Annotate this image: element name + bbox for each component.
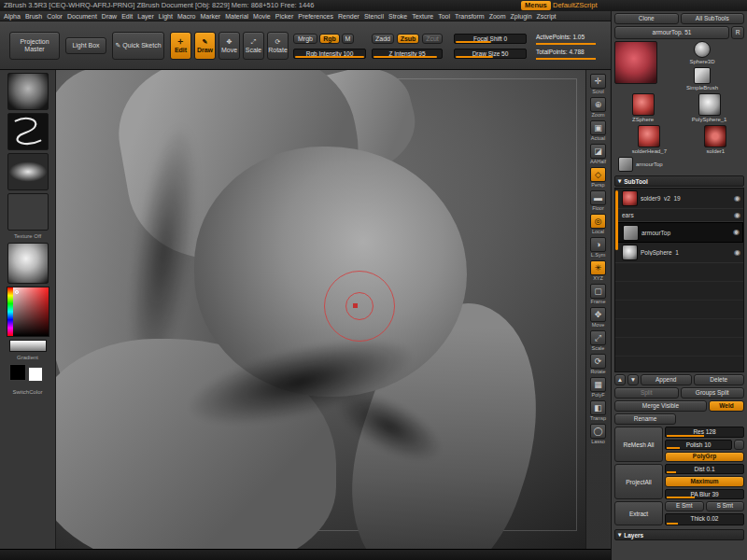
eye-icon[interactable]: ◉ bbox=[734, 212, 740, 219]
pa-blur-slider[interactable]: PA Blur 39 bbox=[665, 489, 744, 499]
menu-item[interactable]: Document bbox=[67, 13, 97, 20]
current-stroke-thumbnail[interactable] bbox=[7, 113, 49, 150]
tool-item-simplebrush[interactable]: SimpleBrush bbox=[660, 67, 744, 91]
zadd-button[interactable]: Zadd bbox=[372, 34, 394, 44]
menus-toggle-button[interactable]: Menus bbox=[521, 1, 551, 10]
tool-item-polysphere[interactable]: PolySphere_1 bbox=[692, 93, 727, 123]
menu-item[interactable]: Picker bbox=[275, 13, 293, 20]
menu-item[interactable]: Zoom bbox=[489, 13, 506, 20]
menu-item[interactable]: Zplugin bbox=[511, 13, 532, 20]
subtool-row[interactable]: solder9_v2_19 ◉ bbox=[615, 189, 743, 209]
menu-item[interactable]: Stencil bbox=[364, 13, 384, 20]
rgb-button[interactable]: Rgb bbox=[319, 34, 340, 44]
shelf-item-lasso[interactable]: ◯Lasso bbox=[587, 424, 610, 445]
zsub-button[interactable]: Zsub bbox=[397, 34, 419, 44]
shelf-item-frame[interactable]: ▢Frame bbox=[587, 284, 610, 305]
current-alpha-thumbnail[interactable] bbox=[7, 153, 49, 190]
eye-icon[interactable]: ◉ bbox=[734, 249, 740, 257]
subtool-scrollbar[interactable] bbox=[615, 190, 618, 250]
subtool-down-button[interactable]: ▼ bbox=[627, 374, 639, 385]
append-button[interactable]: Append bbox=[641, 374, 692, 385]
default-zscript-button[interactable]: DefaultZScript bbox=[553, 0, 598, 11]
polish-slider[interactable]: Polish 10 bbox=[665, 440, 732, 450]
zcut-button[interactable]: Zcut bbox=[422, 34, 443, 44]
secondary-color-swatch[interactable] bbox=[28, 367, 43, 382]
projection-master-button[interactable]: Projection Master bbox=[9, 32, 60, 60]
subtool-row-selected[interactable]: armourTop ◉ bbox=[615, 222, 743, 243]
current-texture-thumbnail[interactable] bbox=[7, 193, 49, 231]
subtool-row[interactable]: ears ◉ bbox=[615, 209, 743, 222]
current-material-thumbnail[interactable] bbox=[7, 243, 49, 284]
shelf-item-floor[interactable]: ▬Floor bbox=[587, 190, 610, 212]
project-all-button[interactable]: ProjectAll bbox=[614, 464, 663, 499]
eye-icon[interactable]: ◉ bbox=[733, 229, 740, 236]
shelf-item-move[interactable]: ✥Move bbox=[587, 307, 610, 329]
tool-item-sphere3d[interactable]: Sphere3D bbox=[660, 41, 744, 65]
eye-icon[interactable]: ◉ bbox=[734, 195, 740, 203]
clone-button[interactable]: Clone bbox=[614, 13, 679, 24]
rgb-intensity-slider[interactable]: Rgb Intensity 100 bbox=[293, 49, 366, 59]
restore-config-button[interactable]: R bbox=[731, 26, 744, 39]
menu-item[interactable]: Transform bbox=[455, 13, 485, 20]
sculpt-viewport[interactable] bbox=[56, 70, 585, 549]
menu-item[interactable]: Alpha bbox=[4, 13, 21, 20]
color-picker-hue-bar[interactable] bbox=[7, 287, 13, 336]
edit-mode-button[interactable]: ✛Edit bbox=[170, 32, 191, 60]
focal-shift-slider[interactable]: Focal Shift 0 bbox=[454, 34, 527, 44]
all-subtools-button[interactable]: All SubTools bbox=[681, 13, 745, 24]
menu-item[interactable]: Edit bbox=[121, 13, 133, 20]
shelf-item-scale[interactable]: ⤢Scale bbox=[587, 330, 610, 352]
subtool-up-button[interactable]: ▲ bbox=[614, 374, 626, 385]
menu-item[interactable]: Brush bbox=[25, 13, 42, 20]
rotate-mode-button[interactable]: ⟳Rotate bbox=[267, 32, 289, 60]
thick-slider[interactable]: Thick 0.02 bbox=[665, 513, 744, 525]
maximum-button[interactable]: Maximum bbox=[665, 476, 744, 486]
menu-item[interactable]: Layer bbox=[137, 13, 154, 20]
main-color-swatch[interactable] bbox=[9, 364, 26, 381]
menu-item[interactable]: Zscript bbox=[537, 13, 557, 20]
menu-item[interactable]: Macro bbox=[177, 13, 195, 20]
active-tool-button[interactable]: armourTop. 51 bbox=[614, 26, 729, 39]
delete-button[interactable]: Delete bbox=[694, 374, 745, 385]
gradient-swatch[interactable] bbox=[9, 340, 47, 352]
shelf-item-rotate[interactable]: ⟳Rotate bbox=[587, 354, 610, 375]
color-picker[interactable] bbox=[7, 287, 49, 337]
merge-visible-button[interactable]: Merge Visible bbox=[614, 400, 707, 412]
dist-slider[interactable]: Dist 0.1 bbox=[665, 464, 744, 474]
res-slider[interactable]: Res 128 bbox=[665, 427, 744, 438]
light-box-button[interactable]: Light Box bbox=[65, 37, 106, 54]
groups-split-button[interactable]: Groups Split bbox=[681, 387, 745, 399]
draw-size-slider[interactable]: Draw Size 50 bbox=[454, 49, 527, 59]
split-button[interactable]: Split bbox=[614, 387, 679, 399]
polygrp-button[interactable]: PolyGrp bbox=[665, 452, 744, 463]
extract-button[interactable]: Extract bbox=[614, 501, 663, 525]
menu-item[interactable]: Render bbox=[338, 13, 359, 20]
s-smt-button[interactable]: S Smt bbox=[706, 501, 745, 511]
move-mode-button[interactable]: ✥Move bbox=[218, 32, 240, 60]
shelf-item-xyz[interactable]: ✳XYZ bbox=[587, 260, 610, 282]
menu-item[interactable]: Movie bbox=[253, 13, 271, 20]
menu-item[interactable]: Stroke bbox=[388, 13, 407, 20]
tool-item-solder1[interactable]: solder1 bbox=[704, 125, 726, 155]
menu-item[interactable]: Light bbox=[159, 13, 173, 20]
subtool-section-header[interactable]: ▾ SubTool bbox=[614, 175, 744, 187]
layers-section-header[interactable]: ▾ Layers bbox=[614, 529, 744, 540]
z-intensity-slider[interactable]: Z Intensity 95 bbox=[372, 49, 443, 59]
scale-mode-button[interactable]: ⤢Scale bbox=[243, 32, 264, 60]
menu-item[interactable]: Preferences bbox=[298, 13, 333, 20]
switch-color-control[interactable] bbox=[7, 364, 49, 386]
remesh-all-button[interactable]: ReMesh All bbox=[614, 427, 663, 462]
shelf-item-aahalf[interactable]: ◪AAHalf bbox=[587, 144, 610, 165]
rename-button[interactable]: Rename bbox=[614, 413, 676, 425]
weld-button[interactable]: Weld bbox=[709, 400, 744, 412]
tool-item-zsphere[interactable]: ZSphere bbox=[632, 93, 655, 123]
shelf-item-local[interactable]: ◎Local bbox=[587, 214, 610, 235]
menu-item[interactable]: Tool bbox=[438, 13, 450, 20]
active-tool-thumbnail[interactable] bbox=[614, 41, 657, 84]
shelf-item-polyf[interactable]: ▦PolyF bbox=[587, 377, 610, 399]
subtool-row[interactable]: PolySphere_1 ◉ bbox=[615, 243, 743, 263]
polish-mode-button[interactable] bbox=[734, 440, 744, 450]
shelf-item-scroll[interactable]: ✛Scrol bbox=[587, 74, 610, 95]
m-button[interactable]: M bbox=[342, 34, 354, 44]
draw-mode-button[interactable]: ✎Draw bbox=[194, 32, 216, 60]
